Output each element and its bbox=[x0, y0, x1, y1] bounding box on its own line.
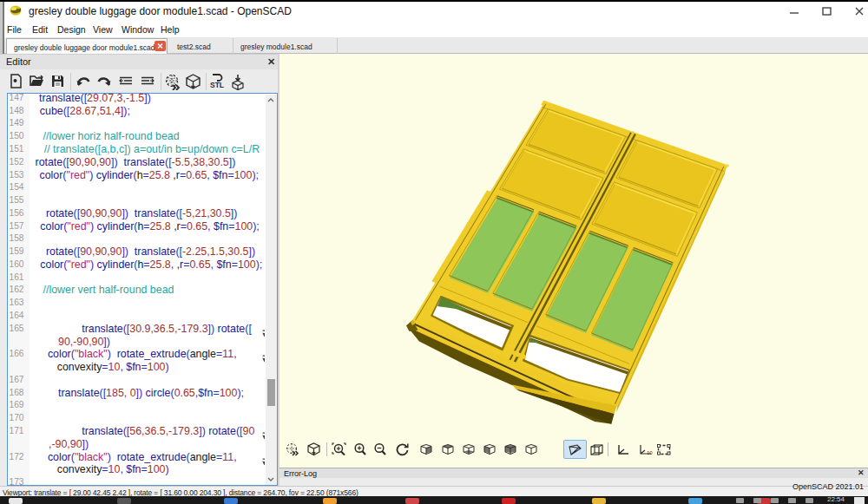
svg-text:10: 10 bbox=[647, 450, 653, 455]
